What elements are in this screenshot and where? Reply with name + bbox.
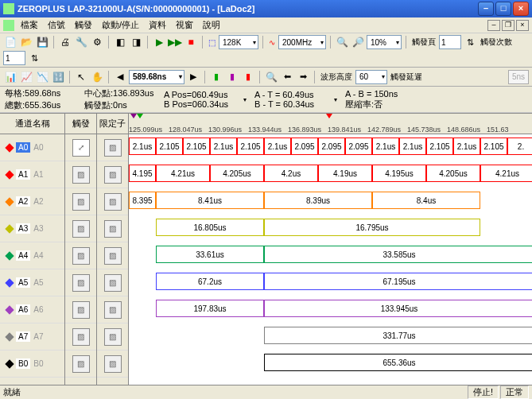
next-icon[interactable]: ▶ [186, 70, 200, 84]
freq-combo[interactable]: 200MHz [278, 35, 326, 49]
wave-segment: 2.105 [426, 138, 453, 155]
qualifier-cell-B0[interactable]: ▨ [104, 355, 122, 373]
channel-row-A4[interactable]: A4 A4 [0, 242, 64, 269]
mdi-minimize[interactable]: – [487, 20, 500, 31]
qualifier-cell-A6[interactable]: ▨ [104, 301, 122, 319]
menu-run[interactable]: 啟動/停止 [97, 17, 144, 33]
ruler-tick: 128.047us [169, 126, 202, 134]
channel-row-A7[interactable]: A7 A7 [0, 323, 64, 351]
trig-page-input[interactable] [439, 35, 461, 49]
marker-flag-b[interactable] [130, 114, 137, 118]
channel-label: A4 [16, 250, 30, 261]
channel-row-A2[interactable]: A2 A2 [0, 188, 64, 215]
menu-help[interactable]: 說明 [198, 17, 225, 33]
channel-row-A1[interactable]: A1 A1 [0, 161, 64, 188]
channel-row-B0[interactable]: B0 B0 [0, 351, 64, 378]
minimize-button[interactable]: – [478, 2, 494, 16]
zoom-out-icon[interactable]: 🔍 [335, 35, 349, 49]
channel-row-A3[interactable]: A3 A3 [0, 215, 64, 242]
channel-label: A3 [16, 223, 30, 234]
tool-icon-4[interactable]: ◨ [129, 35, 143, 49]
search-icon[interactable]: 🔍 [264, 70, 278, 84]
marker-flag-a[interactable] [137, 114, 143, 118]
wave-segment: 655.36us [264, 354, 532, 371]
stop-icon[interactable]: ■ [184, 35, 198, 49]
trigger-flag[interactable] [326, 114, 332, 118]
cursor-icon[interactable]: ↖ [74, 70, 88, 84]
menu-window[interactable]: 視窗 [171, 17, 198, 33]
trigger-cell-A0[interactable]: ⤢ [72, 139, 90, 157]
wave-area[interactable]: 2.1us2.1052.1052.1us2.1052.1us2.0952.095… [129, 134, 532, 385]
marker-a-icon[interactable]: ▮ [209, 70, 223, 84]
run-icon[interactable]: ▶ [152, 35, 166, 49]
trigger-cell-A7[interactable]: ▨ [72, 328, 90, 346]
trigger-cell-B0[interactable]: ▨ [72, 355, 90, 373]
wave-height-combo[interactable]: 60 [355, 70, 387, 84]
qualifier-cell-A5[interactable]: ▨ [104, 274, 122, 292]
prev-icon[interactable]: ◀ [113, 70, 127, 84]
trigger-cell-A2[interactable]: ▨ [72, 193, 90, 211]
marker-b-icon[interactable]: ▮ [225, 70, 239, 84]
tool-icon-2[interactable]: ⚙ [90, 35, 104, 49]
tool-icon-1[interactable]: 🔧 [74, 35, 88, 49]
menu-data[interactable]: 資料 [144, 17, 171, 33]
zoom-in-icon[interactable]: 🔎 [351, 35, 365, 49]
trigger-cell-A1[interactable]: ▨ [72, 166, 90, 184]
maximize-button[interactable]: □ [495, 2, 511, 16]
close-button[interactable]: × [513, 2, 529, 16]
qualifier-cell-A7[interactable]: ▨ [104, 328, 122, 346]
find-prev-icon[interactable]: ⬅ [280, 70, 294, 84]
zoom-combo[interactable]: 10% [367, 35, 402, 49]
wave-segment: 8.41us [156, 192, 264, 209]
channel-color-icon [5, 197, 14, 206]
ns-button[interactable]: 5ns [508, 70, 529, 84]
spin2-icon[interactable]: ⇅ [27, 51, 41, 65]
time-ruler[interactable]: 125.099us128.047us130.996us133.944us136.… [129, 114, 532, 134]
channel-row-A5[interactable]: A5 A5 [0, 269, 64, 296]
wave-segment: 4.21us [156, 165, 210, 182]
run-repeat-icon[interactable]: ▶▶ [168, 35, 182, 49]
nav-b-icon[interactable]: 📈 [19, 70, 33, 84]
trig-count-input[interactable] [3, 51, 25, 65]
center-pos-combo[interactable]: 589.68ns [129, 70, 184, 84]
wave-height-label: 波形高度 [319, 72, 354, 83]
nav-d-icon[interactable]: 🔢 [51, 70, 65, 84]
qualifier-cell-A3[interactable]: ▨ [104, 220, 122, 238]
qualifier-cell-A1[interactable]: ▨ [104, 166, 122, 184]
print-icon[interactable]: 🖨 [58, 35, 72, 49]
qualifier-cell-A4[interactable]: ▨ [104, 247, 122, 265]
wave-row-A0: 2.1us2.1052.1052.1us2.1052.1us2.0952.095… [129, 134, 532, 161]
tool-icon-3[interactable]: ◧ [113, 35, 127, 49]
qualifier-cell-A2[interactable]: ▨ [104, 193, 122, 211]
qualifier-cell-A0[interactable]: ▨ [104, 139, 122, 157]
menu-trigger[interactable]: 觸發 [70, 17, 97, 33]
trigger-cell-A6[interactable]: ▨ [72, 301, 90, 319]
channel-column: 通道名稱 A0 A0 A1 A1 A2 A2 A3 A3 A4 A4 A5 A5 [0, 114, 65, 385]
memory-combo[interactable]: 128K [219, 35, 258, 49]
find-next-icon[interactable]: ➡ [296, 70, 310, 84]
save-icon[interactable]: 💾 [35, 35, 49, 49]
nav-c-icon[interactable]: 📉 [35, 70, 49, 84]
spin-icon[interactable]: ⇅ [463, 35, 477, 49]
app-icon [3, 3, 14, 14]
channel-row-A0[interactable]: A0 A0 [0, 134, 64, 161]
mdi-close[interactable]: × [516, 20, 529, 31]
status-normal: 正常 [500, 385, 529, 399]
info-row: 每格:589.68ns 總數:655.36us 中心點:136.893us 觸發… [0, 87, 532, 113]
mdi-restore[interactable]: ❐ [502, 20, 515, 31]
new-icon[interactable]: 📄 [3, 35, 17, 49]
open-icon[interactable]: 📂 [19, 35, 33, 49]
marker-t-icon[interactable]: ▮ [241, 70, 255, 84]
menu-signal[interactable]: 信號 [43, 17, 70, 33]
trigger-cell-A5[interactable]: ▨ [72, 274, 90, 292]
trigger-cell-A3[interactable]: ▨ [72, 220, 90, 238]
menu-file[interactable]: 檔案 [16, 17, 43, 33]
nav-a-icon[interactable]: 📊 [3, 70, 17, 84]
ruler-tick: 148.686us [447, 126, 480, 134]
wave-row-A7: 331.77us [129, 323, 532, 351]
channel-row-A6[interactable]: A6 A6 [0, 296, 64, 323]
wave-segment: 197.83us [156, 300, 264, 317]
hand-icon[interactable]: ✋ [90, 70, 104, 84]
toolbar-2: 📊 📈 📉 🔢 ↖ ✋ ◀ 589.68ns ▶ ▮ ▮ ▮ 🔍 ⬅ ➡ 波形高… [0, 68, 532, 87]
trigger-cell-A4[interactable]: ▨ [72, 247, 90, 265]
